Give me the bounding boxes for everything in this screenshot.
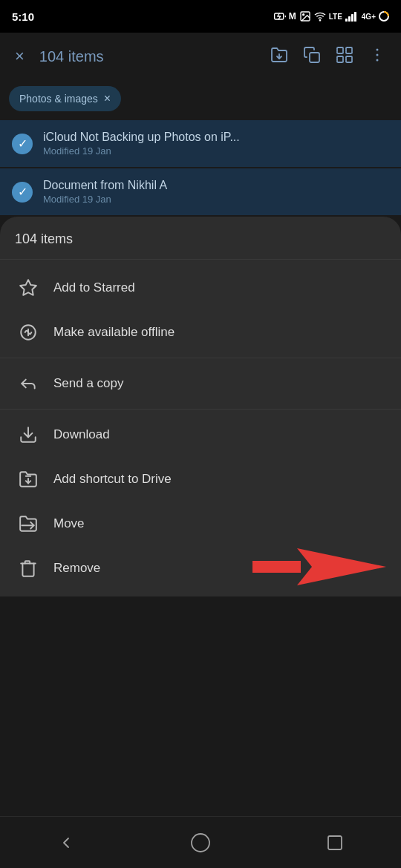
svg-rect-27 bbox=[252, 561, 301, 573]
menu-label-make-offline: Make available offline bbox=[53, 325, 175, 340]
svg-point-28 bbox=[192, 834, 209, 852]
divider-2 bbox=[0, 409, 401, 410]
trash-icon bbox=[18, 558, 39, 579]
menu-item-download[interactable]: Download bbox=[0, 412, 401, 457]
nav-home-button[interactable] bbox=[168, 825, 233, 861]
svg-marker-19 bbox=[20, 280, 36, 295]
svg-point-18 bbox=[376, 59, 379, 61]
filter-chip-label: Photos & images bbox=[19, 93, 98, 105]
divider-1 bbox=[0, 358, 401, 358]
file-meta-1: Modified 19 Jan bbox=[43, 145, 240, 157]
file-item-1[interactable]: ✓ iCloud Not Backing up Photos on iP... … bbox=[0, 120, 401, 167]
file-name-2: Document from Nikhil A bbox=[43, 179, 167, 192]
svg-rect-11 bbox=[310, 53, 319, 62]
filter-chip-photos[interactable]: Photos & images × bbox=[9, 86, 121, 111]
svg-rect-12 bbox=[337, 47, 343, 53]
move-to-folder-button[interactable] bbox=[264, 40, 294, 73]
wifi-icon bbox=[314, 10, 326, 22]
svg-rect-5 bbox=[345, 19, 348, 22]
bottom-nav bbox=[0, 816, 401, 868]
send-icon bbox=[18, 373, 39, 394]
toolbar-title: 104 items bbox=[39, 48, 255, 65]
svg-point-16 bbox=[376, 48, 379, 50]
svg-rect-7 bbox=[351, 14, 353, 22]
svg-point-4 bbox=[319, 20, 320, 21]
toolbar: × 104 items bbox=[0, 33, 401, 80]
menu-item-add-shortcut[interactable]: Add shortcut to Drive bbox=[0, 457, 401, 502]
lte-icon: LTE bbox=[329, 13, 342, 21]
check-icon-1: ✓ bbox=[18, 137, 27, 151]
shortcut-icon bbox=[18, 469, 39, 490]
menu-item-make-offline[interactable]: Make available offline bbox=[0, 310, 401, 355]
file-list: ✓ iCloud Not Backing up Photos on iP... … bbox=[0, 120, 401, 215]
menu-list: Add to Starred Make available offline bbox=[0, 260, 401, 596]
file-checkbox-1[interactable]: ✓ bbox=[12, 134, 33, 154]
svg-rect-29 bbox=[328, 836, 342, 849]
svg-rect-15 bbox=[346, 56, 352, 62]
file-info-2: Document from Nikhil A Modified 19 Jan bbox=[43, 179, 167, 205]
svg-rect-14 bbox=[337, 56, 343, 62]
svg-marker-26 bbox=[297, 548, 386, 585]
select-all-button[interactable] bbox=[330, 40, 359, 73]
file-item-2[interactable]: ✓ Document from Nikhil A Modified 19 Jan bbox=[0, 168, 401, 215]
close-button[interactable]: × bbox=[9, 41, 30, 72]
signal-icon bbox=[345, 11, 359, 22]
toolbar-actions bbox=[264, 40, 392, 73]
more-options-button[interactable] bbox=[362, 40, 392, 73]
sheet-title: 104 items bbox=[15, 231, 73, 246]
arrow-annotation bbox=[252, 545, 386, 592]
status-time: 5:10 bbox=[12, 10, 34, 23]
file-meta-2: Modified 19 Jan bbox=[43, 194, 167, 205]
download-icon bbox=[18, 424, 39, 445]
move-icon bbox=[18, 513, 39, 534]
file-name-1: iCloud Not Backing up Photos on iP... bbox=[43, 131, 240, 144]
4g-icon: 4G+ bbox=[362, 13, 376, 21]
star-icon bbox=[18, 277, 39, 298]
menu-label-send-copy: Send a copy bbox=[53, 376, 124, 391]
copy-button[interactable] bbox=[297, 40, 327, 73]
menu-item-send-copy[interactable]: Send a copy bbox=[0, 361, 401, 406]
svg-rect-6 bbox=[348, 16, 351, 22]
filter-chip-close-button[interactable]: × bbox=[104, 92, 111, 105]
menu-label-download: Download bbox=[53, 427, 110, 442]
image-icon bbox=[299, 10, 311, 22]
nav-back-button[interactable] bbox=[35, 826, 97, 859]
menu-label-add-starred: Add to Starred bbox=[53, 280, 135, 295]
status-icons: M LTE 4G+ bbox=[274, 10, 389, 22]
file-checkbox-2[interactable]: ✓ bbox=[12, 182, 33, 203]
svg-rect-13 bbox=[346, 47, 352, 53]
menu-label-move: Move bbox=[53, 516, 85, 531]
svg-rect-8 bbox=[354, 12, 356, 22]
my-icon: M bbox=[289, 11, 296, 22]
filter-bar: Photos & images × bbox=[0, 80, 401, 120]
menu-item-move[interactable]: Move bbox=[0, 502, 401, 546]
svg-point-17 bbox=[376, 53, 379, 56]
status-circle-icon bbox=[379, 11, 389, 22]
menu-label-remove: Remove bbox=[53, 561, 100, 576]
svg-point-3 bbox=[302, 14, 304, 16]
offline-icon bbox=[18, 322, 39, 343]
red-arrow-svg bbox=[252, 545, 386, 589]
status-bar: 5:10 M LTE 4 bbox=[0, 0, 401, 33]
file-info-1: iCloud Not Backing up Photos on iP... Mo… bbox=[43, 131, 240, 157]
menu-item-remove[interactable]: Remove bbox=[0, 546, 401, 591]
check-icon-2: ✓ bbox=[18, 185, 27, 199]
sheet-header: 104 items bbox=[0, 217, 401, 260]
menu-item-add-starred[interactable]: Add to Starred bbox=[0, 266, 401, 310]
nav-recent-button[interactable] bbox=[304, 826, 366, 859]
bottom-sheet: 104 items Add to Starred Make available … bbox=[0, 217, 401, 596]
battery-charging-icon bbox=[274, 10, 286, 22]
menu-label-add-shortcut: Add shortcut to Drive bbox=[53, 472, 172, 487]
